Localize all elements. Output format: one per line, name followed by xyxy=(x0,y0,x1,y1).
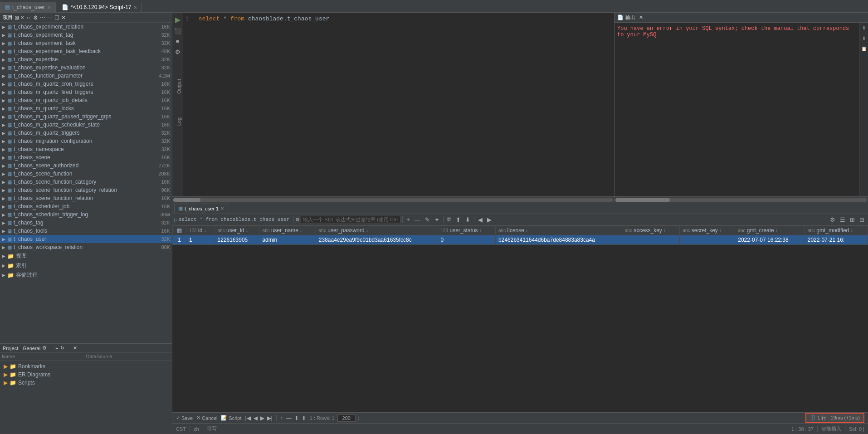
cell-gmt-create-1[interactable]: 2022-07-07 16:22:38 xyxy=(735,235,805,245)
project-refresh-icon[interactable]: ↻ xyxy=(60,345,64,351)
format-button[interactable]: ≡ xyxy=(173,37,183,46)
project-bookmarks[interactable]: ▶ 📁 Bookmarks xyxy=(2,362,170,371)
cell-access-key-1[interactable] xyxy=(622,235,680,245)
tree-folder-views[interactable]: ▶ 📁 视图 xyxy=(0,251,172,261)
toolbar-btn-import[interactable]: ⬇ xyxy=(463,215,472,224)
tree-item-t_chaos_scene_function_category[interactable]: ▶ ▦ t_chaos_scene_function_category 16K xyxy=(0,178,172,186)
tree-item-t_chaos_expertise[interactable]: ▶ ▦ t_chaos_expertise 32K xyxy=(0,55,172,63)
tree-icon-4[interactable]: ⚙ xyxy=(33,15,38,21)
tree-item-t_chaos_workspace_relation[interactable]: ▶ ▦ t_chaos_workspace_relation 80K xyxy=(0,243,172,251)
sort-icon-user-password[interactable]: ↕ xyxy=(366,228,368,233)
toolbar-btn-right-2[interactable]: ☰ xyxy=(838,215,847,224)
col-header-license[interactable]: abc license ↕ xyxy=(496,226,622,235)
tree-item-t_chaos_m_quartz_scheduler_state[interactable]: ▶ ▦ t_chaos_m_quartz_scheduler_state 16K xyxy=(0,121,172,129)
cell-user-status-1[interactable]: 0 xyxy=(438,235,496,245)
nav-first-btn[interactable]: |◀ xyxy=(245,415,250,421)
tree-item-t_chaos_scheduler_job[interactable]: ▶ ▦ t_chaos_scheduler_job 16K xyxy=(0,202,172,210)
toolbar-btn-next[interactable]: ▶ xyxy=(485,215,493,224)
tree-icon-5[interactable]: ⋯ xyxy=(40,15,45,21)
nav-down-btn[interactable]: ⬇ xyxy=(302,415,306,421)
result-tab-close[interactable]: ✕ xyxy=(220,206,224,211)
tree-item-t_chaos_expertise_evaluation[interactable]: ▶ ▦ t_chaos_expertise_evaluation 32K xyxy=(0,63,172,72)
result-grid[interactable]: ▦ 123 id ↕ abc user_id ↕ xyxy=(172,225,868,412)
output-side-btn-2[interactable]: ⬇ xyxy=(859,35,868,42)
project-minus-icon[interactable]: — xyxy=(49,346,54,351)
col-header-gmt-modified[interactable]: abc gmt_modified ↕ xyxy=(805,226,868,235)
nav-last-btn[interactable]: ▶| xyxy=(267,415,273,421)
col-header-user-name[interactable]: abc user_name ↕ xyxy=(259,226,316,235)
save-button[interactable]: ✓ Save xyxy=(176,415,193,421)
limit-input[interactable] xyxy=(337,414,356,422)
h-scroll-track[interactable] xyxy=(173,198,613,202)
project-gear-icon[interactable]: ⚙ xyxy=(42,345,47,351)
toolbar-btn-right-1[interactable]: ⚙ xyxy=(828,215,837,224)
toolbar-btn-export[interactable]: ⬆ xyxy=(454,215,463,224)
sort-icon-gmt-create[interactable]: ↕ xyxy=(775,228,778,233)
tree-item-t_chaos_scene_function_category_relation[interactable]: ▶ ▦ t_chaos_scene_function_category_rela… xyxy=(0,186,172,194)
editor-h-scroll[interactable] xyxy=(172,196,614,203)
cell-gmt-modified-1[interactable]: 2022-07-21 16: xyxy=(805,235,868,245)
cell-secret-key-1[interactable] xyxy=(680,235,735,245)
col-header-gmt-create[interactable]: abc gmt_create ↕ xyxy=(735,226,805,235)
tree-item-t_chaos_scene_function[interactable]: ▶ ▦ t_chaos_scene_function 208K xyxy=(0,170,172,178)
col-header-user-status[interactable]: 123 user_status ↕ xyxy=(438,226,496,235)
toolbar-btn-right-3[interactable]: ⊞ xyxy=(848,215,857,224)
output-h-scroll-thumb[interactable] xyxy=(615,198,670,202)
tree-item-t_chaos_migration_configuration[interactable]: ▶ ▦ t_chaos_migration_configuration 32K xyxy=(0,137,172,145)
script-button[interactable]: 📝 Script xyxy=(221,415,241,421)
sort-icon-access-key[interactable]: ↕ xyxy=(663,228,666,233)
toolbar-btn-2[interactable]: — xyxy=(413,215,422,224)
output-side-btn-1[interactable]: ⬆ xyxy=(859,24,868,31)
sort-icon-user-id[interactable]: ↕ xyxy=(246,228,248,233)
tree-item-t_chaos_experiment_tag[interactable]: ▶ ▦ t_chaos_experiment_tag 32K xyxy=(0,31,172,39)
project-minimize-icon[interactable]: — xyxy=(66,346,71,351)
tree-item-t_chaos_m_quartz_paused_trigger_grps[interactable]: ▶ ▦ t_chaos_m_quartz_paused_trigger_grps… xyxy=(0,112,172,121)
tab-t-chaos-user[interactable]: ▦ t_chaos_user ✕ xyxy=(0,2,56,12)
tree-item-t_chaos_scene_authorized[interactable]: ▶ ▦ t_chaos_scene_authorized 272K xyxy=(0,161,172,170)
nav-add-btn[interactable]: + xyxy=(280,415,283,421)
tab-script-17[interactable]: 📄 *<10.6.120.94> Script-17 ✕ xyxy=(57,2,142,12)
tree-item-t_chaos_m_quartz_cron_triggers[interactable]: ▶ ▦ t_chaos_m_quartz_cron_triggers 16K xyxy=(0,80,172,88)
tree-icon-8[interactable]: ✕ xyxy=(61,15,66,21)
tree-item-t_chaos_m_quartz_fired_triggers[interactable]: ▶ ▦ t_chaos_m_quartz_fired_triggers 16K xyxy=(0,88,172,96)
tree-item-t_chaos_tools[interactable]: ▶ ▦ t_chaos_tools 16K xyxy=(0,227,172,235)
tree-icon-1[interactable]: ⊠ xyxy=(15,15,19,21)
project-er-diagrams[interactable]: ▶ 📁 ER Diagrams xyxy=(2,371,170,379)
toolbar-btn-4[interactable]: ✦ xyxy=(433,215,441,224)
tab-close-2[interactable]: ✕ xyxy=(133,5,137,10)
sort-icon-id[interactable]: ↕ xyxy=(204,228,206,233)
output-close-icon[interactable]: ✕ xyxy=(639,15,643,20)
sort-icon-secret-key[interactable]: ↕ xyxy=(719,228,722,233)
tree-item-t_chaos_scene_function_relation[interactable]: ▶ ▦ t_chaos_scene_function_relation 16K xyxy=(0,194,172,202)
toolbar-btn-3[interactable]: ✎ xyxy=(423,215,432,224)
tree-icon-7[interactable]: ☐ xyxy=(54,15,59,21)
output-h-scroll-track[interactable] xyxy=(615,198,867,202)
tab-close-1[interactable]: ✕ xyxy=(47,5,51,10)
project-close-icon[interactable]: ✕ xyxy=(73,345,77,351)
toolbar-btn-copy[interactable]: ⧉ xyxy=(445,215,453,224)
stop-button[interactable]: ⬛ xyxy=(173,27,183,35)
cell-user-name-1[interactable]: admin xyxy=(259,235,316,245)
sort-icon-gmt-modified[interactable]: ↕ xyxy=(851,228,853,233)
tree-icon-3[interactable]: ↔ xyxy=(26,15,31,21)
tree-item-t_chaos_experiment_relation[interactable]: ▶ ▦ t_chaos_experiment_relation 16K xyxy=(0,23,172,31)
project-scripts[interactable]: ▶ 📁 Scripts xyxy=(2,379,170,387)
toolbar-btn-1[interactable]: + xyxy=(405,215,412,224)
tree-item-t_chaos_experiment_task_feedback[interactable]: ▶ ▦ t_chaos_experiment_task_feedback 48K xyxy=(0,47,172,55)
tree-item-t_chaos_experiment_task[interactable]: ▶ ▦ t_chaos_experiment_task 32K xyxy=(0,39,172,47)
tree-item-t_chaos_m_quartz_triggers[interactable]: ▶ ▦ t_chaos_m_quartz_triggers 32K xyxy=(0,129,172,137)
nav-del-btn[interactable]: — xyxy=(286,415,292,421)
sql-editor[interactable]: 1 select * from chaosblade.t_chaos_user xyxy=(183,13,614,196)
toolbar-btn-prev[interactable]: ◀ xyxy=(476,215,484,224)
nav-prev-btn[interactable]: ◀ xyxy=(254,415,258,421)
col-header-user-id[interactable]: abc user_id ↕ xyxy=(215,226,259,235)
settings-button[interactable]: ⚙ xyxy=(173,48,183,56)
result-tab-1[interactable]: ▦ t_chaos_user 1 ✕ xyxy=(174,204,228,213)
table-row[interactable]: 1 1 1226163905 admin 238aa4e29ea9f9e01bd… xyxy=(173,235,868,245)
tree-item-t_chaos_tag[interactable]: ▶ ▦ t_chaos_tag 32K xyxy=(0,219,172,227)
sort-icon-license[interactable]: ↕ xyxy=(526,228,528,233)
nav-up-btn[interactable]: ⬆ xyxy=(294,415,299,421)
cell-user-password-1[interactable]: 238aa4e29ea9f9e01bd3aa61635fcc8c xyxy=(316,235,438,245)
tree-item-t_chaos_m_quartz_job_details[interactable]: ▶ ▦ t_chaos_m_quartz_job_details 16K xyxy=(0,96,172,104)
cell-user-id-1[interactable]: 1226163905 xyxy=(215,235,259,245)
